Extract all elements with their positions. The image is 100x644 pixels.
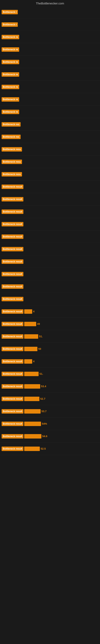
row-label: Bottleneck re bbox=[1, 110, 19, 114]
row-label: Bottleneck result bbox=[1, 272, 23, 276]
row-bar bbox=[24, 334, 38, 339]
row-bar bbox=[24, 397, 39, 401]
table-row: Bottleneck result51. bbox=[0, 330, 100, 343]
table-row: Bottleneck result bbox=[0, 180, 100, 193]
row-label: Bottleneck re bbox=[1, 85, 19, 89]
table-row: Bottleneck result bbox=[0, 268, 100, 280]
row-label: Bottleneck result bbox=[1, 347, 23, 351]
row-label: Bottleneck res bbox=[1, 135, 21, 139]
table-row: Bottleneck re bbox=[0, 106, 100, 118]
row-label: Bottleneck re bbox=[1, 72, 19, 77]
table-row: Bottleneck result bbox=[0, 280, 100, 293]
table-row: Bottleneck re bbox=[0, 43, 100, 56]
row-label: Bottleneck result bbox=[1, 309, 23, 314]
rows-container: Bottleneck rBottleneck rBottleneck reBot… bbox=[0, 6, 100, 455]
row-label: Bottleneck result bbox=[1, 384, 23, 388]
row-value: 53.7 bbox=[41, 410, 47, 413]
row-label: Bottleneck re bbox=[1, 97, 19, 102]
table-row: Bottleneck result49 bbox=[0, 318, 100, 330]
row-label: Bottleneck result bbox=[1, 247, 23, 251]
row-label: Bottleneck result bbox=[1, 334, 23, 339]
table-row: Bottleneck resu bbox=[0, 143, 100, 156]
row-label: Bottleneck result bbox=[1, 397, 23, 401]
row-label: Bottleneck re bbox=[1, 35, 19, 39]
row-label: Bottleneck result bbox=[1, 197, 23, 202]
row-label: Bottleneck result bbox=[1, 372, 23, 376]
table-row: Bottleneck result bbox=[0, 293, 100, 305]
row-value: 52.5 bbox=[41, 447, 46, 450]
table-row: Bottleneck result54.6 bbox=[0, 430, 100, 442]
table-row: Bottleneck re bbox=[0, 81, 100, 93]
row-label: Bottleneck resu bbox=[1, 172, 22, 176]
row-value: 54% bbox=[42, 422, 47, 425]
table-row: Bottleneck result bbox=[0, 218, 100, 230]
table-row: Bottleneck result54% bbox=[0, 418, 100, 430]
table-row: Bottleneck re bbox=[0, 93, 100, 106]
table-row: Bottleneck result bbox=[0, 256, 100, 268]
row-value: 51. bbox=[39, 372, 43, 375]
row-label: Bottleneck resu bbox=[1, 160, 22, 164]
row-label: Bottleneck re bbox=[1, 47, 19, 52]
row-label: Bottleneck result bbox=[1, 446, 23, 451]
row-label: Bottleneck result bbox=[1, 184, 23, 189]
row-value: 51. bbox=[39, 335, 43, 338]
table-row: Bottleneck res bbox=[0, 118, 100, 130]
table-row: Bottleneck resu bbox=[0, 156, 100, 168]
table-row: Bottleneck res bbox=[0, 130, 100, 143]
table-row: Bottleneck r bbox=[0, 6, 100, 18]
row-label: Bottleneck result bbox=[1, 260, 23, 264]
row-bar bbox=[24, 359, 32, 364]
table-row: Bottleneck re bbox=[0, 31, 100, 43]
row-value: 4 bbox=[33, 310, 34, 313]
row-label: Bottleneck result bbox=[1, 284, 23, 289]
header: TheBottlenecker.com bbox=[0, 0, 100, 6]
table-row: Bottleneck result52.5 bbox=[0, 442, 100, 455]
row-bar bbox=[24, 384, 40, 388]
table-row: Bottleneck result52.7 bbox=[0, 393, 100, 405]
table-row: Bottleneck re bbox=[0, 56, 100, 68]
table-row: Bottleneck result4 bbox=[0, 355, 100, 368]
table-row: Bottleneck result bbox=[0, 243, 100, 256]
row-label: Bottleneck result bbox=[1, 210, 23, 214]
row-label: Bottleneck result bbox=[1, 222, 23, 226]
row-bar bbox=[24, 409, 41, 414]
table-row: Bottleneck result50 bbox=[0, 343, 100, 355]
table-row: Bottleneck result51. bbox=[0, 368, 100, 380]
table-row: Bottleneck result4 bbox=[0, 305, 100, 318]
table-row: Bottleneck re bbox=[0, 68, 100, 81]
row-label: Bottleneck result bbox=[1, 322, 23, 326]
row-label: Bottleneck res bbox=[1, 122, 21, 126]
table-row: Bottleneck result53.7 bbox=[0, 405, 100, 418]
row-value: 54.6 bbox=[42, 435, 47, 438]
row-value: 52.7 bbox=[40, 397, 45, 400]
row-value: 53.4 bbox=[41, 385, 46, 388]
row-bar bbox=[24, 434, 41, 438]
table-row: Bottleneck r bbox=[0, 18, 100, 31]
row-label: Bottleneck result bbox=[1, 409, 23, 414]
row-bar bbox=[24, 322, 36, 326]
row-label: Bottleneck result bbox=[1, 422, 23, 426]
table-row: Bottleneck resu bbox=[0, 168, 100, 180]
table-row: Bottleneck result bbox=[0, 193, 100, 206]
row-bar bbox=[24, 372, 39, 376]
row-label: Bottleneck result bbox=[1, 297, 23, 301]
row-bar bbox=[24, 347, 37, 351]
row-label: Bottleneck re bbox=[1, 60, 19, 64]
row-value: 49 bbox=[37, 322, 40, 326]
table-row: Bottleneck result53.4 bbox=[0, 380, 100, 393]
row-value: 50 bbox=[38, 347, 41, 350]
row-label: Bottleneck r bbox=[1, 22, 18, 27]
row-bar bbox=[24, 446, 40, 451]
table-row: Bottleneck result bbox=[0, 206, 100, 218]
row-bar bbox=[24, 309, 32, 314]
row-label: Bottleneck r bbox=[1, 10, 18, 14]
row-label: Bottleneck resu bbox=[1, 147, 22, 152]
row-label: Bottleneck result bbox=[1, 434, 23, 438]
row-value: 4 bbox=[33, 360, 34, 363]
row-bar bbox=[24, 422, 41, 426]
site-title: TheBottlenecker.com bbox=[0, 0, 100, 6]
row-label: Bottleneck result bbox=[1, 359, 23, 364]
table-row: Bottleneck result bbox=[0, 230, 100, 243]
row-label: Bottleneck result bbox=[1, 234, 23, 239]
